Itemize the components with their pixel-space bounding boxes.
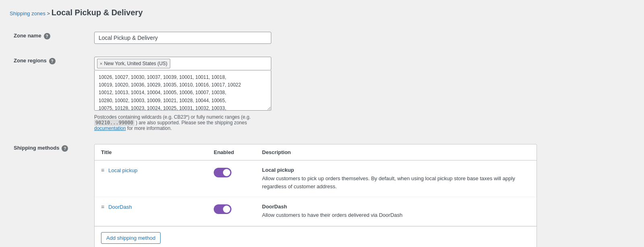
method-desc-doordash: DoorDash Allow customers to have their o… bbox=[262, 204, 530, 219]
method-title-local-pickup: ≡ Local pickup bbox=[101, 167, 214, 173]
zone-name-label-cell: Zone name ? bbox=[10, 25, 90, 50]
shipping-methods-field-cell: Title Enabled Description ≡ Local pickup bbox=[90, 138, 634, 247]
region-tags-input[interactable]: × New York, United States (US) bbox=[94, 57, 271, 70]
shipping-methods-label-cell: Shipping methods ? bbox=[10, 138, 90, 247]
add-shipping-method-button[interactable]: Add shipping method bbox=[101, 232, 161, 244]
method-desc-text-local-pickup: Allow customers to pick up orders themse… bbox=[262, 175, 530, 190]
shipping-method-row: ≡ Local pickup Local pickup Allow custom… bbox=[95, 161, 537, 197]
shipping-zones-link[interactable]: Shipping zones bbox=[10, 10, 45, 16]
postcode-range-example: 90210...99000 bbox=[94, 119, 134, 126]
region-tag-label: New York, United States (US) bbox=[104, 61, 167, 66]
shipping-method-doordash-row: ≡ DoorDash DoorDash Allow customers to h… bbox=[95, 197, 537, 226]
drag-handle-local-pickup[interactable]: ≡ bbox=[101, 167, 104, 173]
region-tag: × New York, United States (US) bbox=[97, 59, 170, 68]
zone-regions-help-icon[interactable]: ? bbox=[49, 58, 56, 64]
shipping-methods-help-icon[interactable]: ? bbox=[62, 145, 68, 152]
breadcrumb-separator: > bbox=[47, 10, 50, 16]
method-desc-title-local-pickup: Local pickup bbox=[262, 167, 530, 173]
add-method-row: Add shipping method bbox=[95, 226, 537, 247]
toggle-doordash-wrapper bbox=[214, 204, 262, 214]
breadcrumb-current: Local Pickup & Delivery bbox=[52, 8, 143, 17]
col-title: Title bbox=[101, 149, 214, 155]
postcode-help-prefix: Postcodes containing wildcards (e.g. CB2… bbox=[94, 114, 251, 120]
zone-name-field-cell bbox=[90, 25, 634, 50]
drag-handle-doordash[interactable]: ≡ bbox=[101, 204, 104, 210]
postcode-textarea[interactable]: 10026, 10027, 10030, 10037, 10039, 10001… bbox=[94, 70, 271, 111]
doordash-link[interactable]: DoorDash bbox=[108, 204, 132, 210]
shipping-methods-table: Title Enabled Description ≡ Local pickup bbox=[94, 144, 537, 247]
region-tag-remove[interactable]: × bbox=[100, 62, 102, 66]
method-desc-local-pickup: Local pickup Allow customers to pick up … bbox=[262, 167, 530, 190]
toggle-doordash-slider bbox=[214, 204, 231, 214]
breadcrumb: Shipping zones > Local Pickup & Delivery bbox=[10, 8, 634, 17]
local-pickup-link[interactable]: Local pickup bbox=[108, 167, 137, 173]
zone-regions-field-cell: × New York, United States (US) 10026, 10… bbox=[90, 50, 634, 138]
settings-form: Zone name ? Zone regions ? × New York, U… bbox=[10, 25, 634, 247]
toggle-doordash[interactable] bbox=[214, 204, 231, 214]
method-desc-title-doordash: DoorDash bbox=[262, 204, 530, 210]
zone-name-label: Zone name bbox=[14, 33, 41, 39]
zone-name-help-icon[interactable]: ? bbox=[44, 33, 50, 39]
col-description: Description bbox=[262, 149, 530, 155]
shipping-methods-row: Shipping methods ? Title Enabled Descrip… bbox=[10, 138, 634, 247]
toggle-local-pickup[interactable] bbox=[214, 168, 231, 177]
shipping-methods-header: Title Enabled Description bbox=[95, 144, 537, 161]
postcode-help-end: for more information. bbox=[126, 126, 172, 131]
method-title-doordash: ≡ DoorDash bbox=[101, 204, 214, 210]
zone-name-input[interactable] bbox=[94, 32, 271, 44]
shipping-methods-label: Shipping methods bbox=[14, 145, 59, 151]
zone-name-row: Zone name ? bbox=[10, 25, 634, 50]
toggle-local-pickup-slider bbox=[214, 168, 231, 177]
method-desc-text-doordash: Allow customers to have their orders del… bbox=[262, 211, 530, 219]
postcode-help: Postcodes containing wildcards (e.g. CB2… bbox=[94, 114, 271, 131]
toggle-local-pickup-wrapper bbox=[214, 167, 262, 177]
zone-regions-label-cell: Zone regions ? bbox=[10, 50, 90, 138]
zone-regions-label: Zone regions bbox=[14, 58, 47, 64]
zone-regions-row: Zone regions ? × New York, United States… bbox=[10, 50, 634, 138]
postcode-help-suffix: ) are also supported. Please see the shi… bbox=[134, 120, 247, 126]
documentation-link[interactable]: documentation bbox=[94, 126, 126, 131]
col-enabled: Enabled bbox=[214, 149, 262, 155]
zone-regions-container: × New York, United States (US) 10026, 10… bbox=[94, 57, 271, 131]
